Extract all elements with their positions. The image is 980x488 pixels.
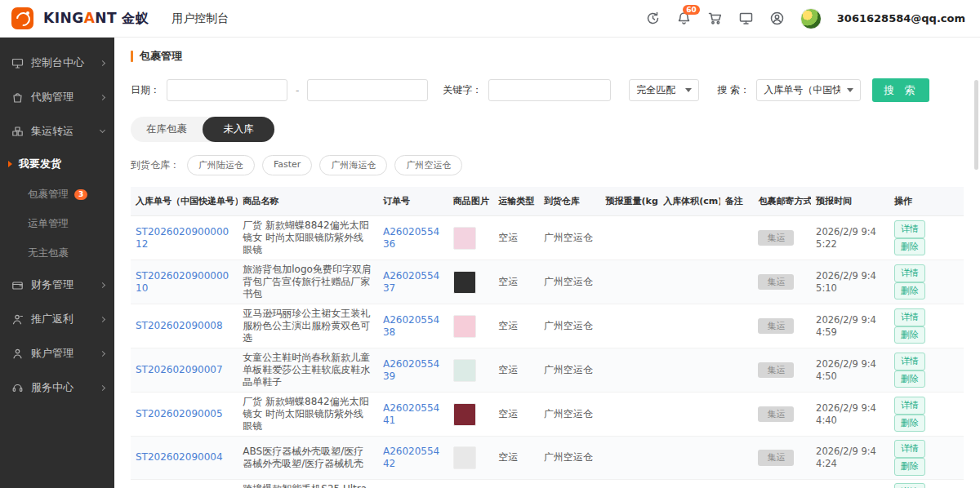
detail-button[interactable]: 详情 [894,308,925,326]
inbound-no-cell: ST202602090007 [131,348,238,393]
actions-cell: 详情删除 [889,304,964,348]
actions-cell: 详情删除 [889,260,964,304]
warehouse-cell: 广州空运仓 [539,260,601,304]
order-no-link[interactable]: A2602055441 [383,402,439,426]
order-no-link[interactable]: A2602055438 [383,314,439,338]
sidebar-top-group: 控制台中心代购管理集运转运 [0,46,114,149]
tab-not-in-warehouse[interactable]: 未入库 [203,117,274,142]
order-no-link[interactable]: A2602055442 [383,446,439,469]
actions-cell: 详情删除 [889,479,964,488]
warehouse-tag[interactable]: Faster [262,155,312,175]
order-no-link[interactable]: A2602055437 [383,270,439,294]
report-time-cell: 2026/2/9 9:44:40 [811,393,889,437]
transport-type-cell: 空运 [493,260,539,304]
warehouse-tag[interactable]: 广州空运仓 [394,155,462,175]
column-header: 入库单号（中国快递单号） [131,187,238,216]
brand-logo-icon [11,7,33,29]
ship-method-button[interactable]: 集运 [758,362,794,379]
delete-button[interactable]: 删除 [894,458,925,476]
detail-button[interactable]: 详情 [894,397,925,415]
notification-bell-icon[interactable]: 60 [676,11,692,26]
search-type-select[interactable]: 入库单号（中国快递单号） [756,79,861,101]
chevron-down-icon [100,127,105,133]
order-no-cell: A2602055438 [378,304,448,348]
sidebar-item[interactable]: 控制台中心 [0,46,114,80]
ship-method-button[interactable]: 集运 [758,450,794,466]
detail-button[interactable]: 详情 [894,353,925,370]
history-icon[interactable] [645,11,661,26]
warehouse-tag[interactable]: 广州陆运仓 [187,155,255,175]
ship-method-button[interactable]: 集运 [758,230,794,246]
delete-button[interactable]: 删除 [894,415,925,433]
sidebar-item[interactable]: 账户管理 [0,336,114,370]
support-icon[interactable] [769,11,785,26]
ship-method-button[interactable]: 集运 [758,406,794,423]
inbound-no-link[interactable]: ST202602090008 [136,320,223,331]
sidebar-item[interactable]: 财务管理 [0,268,114,302]
ship-method-button[interactable]: 集运 [758,318,794,335]
product-image-cell [448,216,494,260]
order-no-link[interactable]: A2602055439 [383,358,439,382]
user-avatar[interactable] [800,8,822,29]
monitor-icon[interactable] [738,11,754,26]
inbound-no-link[interactable]: ST202602090005 [136,408,223,419]
product-image-cell [448,260,494,304]
date-label: 日期： [131,83,160,97]
packages-table: 入库单号（中国快递单号）商品名称订单号商品图片运输类型到货仓库预报重量(kg)入… [131,187,964,488]
delete-button[interactable]: 删除 [894,238,925,256]
remark-cell [720,348,753,393]
ship-method-cell: 集运 [753,216,811,260]
sidebar-item-unclaimed-packages[interactable]: 无主包裹 [0,238,114,268]
sidebar-item[interactable]: 集运转运 [0,114,114,149]
detail-button[interactable]: 详情 [894,483,925,488]
chevron-right-icon [100,282,105,287]
dashboard-icon [11,57,24,69]
table-row: ST202602090000012厂货 新款蝴蝶8842偏光太阳镜女 时尚太阳眼… [131,216,964,260]
search-button[interactable]: 搜 索 [872,78,929,102]
detail-button[interactable]: 详情 [894,220,925,238]
tab-in-warehouse[interactable]: 在库包裹 [131,117,203,142]
warehouse-cell: 广州空运仓 [539,304,601,348]
weight-cell [601,304,659,348]
chevron-right-icon [100,350,105,356]
inbound-no-cell: ST202602090003 [131,479,238,488]
title-accent-bar [131,51,133,62]
actions-cell: 详情删除 [889,393,964,437]
remark-cell [720,437,753,480]
date-start-input[interactable] [167,79,287,101]
volume-cell [658,216,720,260]
inbound-no-link[interactable]: ST202602090000010 [136,270,229,294]
ship-method-button[interactable]: 集运 [758,274,794,291]
inbound-no-link[interactable]: ST202602090004 [136,451,223,463]
column-header: 预报重量(kg) [601,187,659,216]
match-mode-select[interactable]: 完全匹配 [629,79,699,101]
chevron-down-icon [847,88,853,92]
inbound-no-link[interactable]: ST202602090000012 [136,226,229,250]
report-time-cell: 2026/2/9 9:44:50 [811,348,889,393]
sidebar-item[interactable]: 代购管理 [0,80,114,114]
sidebar-item-waybill-management[interactable]: 运单管理 [0,209,114,238]
remark-cell [720,393,753,437]
delete-button[interactable]: 删除 [894,282,925,300]
warehouse-tag[interactable]: 广州海运仓 [319,155,387,175]
sidebar-item-i-want-to-ship[interactable]: 我要发货 [0,149,114,180]
date-separator: - [296,85,299,96]
order-no-link[interactable]: A2602055436 [383,226,439,250]
sidebar-item[interactable]: 服务中心 [0,370,114,405]
sunglasses-pink-photo [453,227,476,250]
chevron-right-icon [100,384,105,390]
transport-type-cell: 空运 [493,437,539,480]
detail-button[interactable]: 详情 [894,440,925,458]
product-name-cell: 旅游背包加logo免费印字双肩背包广告宣传旅行社赠品厂家书包 [238,260,378,304]
detail-button[interactable]: 详情 [894,264,925,282]
cart-icon[interactable] [707,11,723,26]
delete-button[interactable]: 删除 [894,326,925,344]
delete-button[interactable]: 删除 [894,370,925,388]
sidebar-item[interactable]: 推广返利 [0,302,114,336]
date-end-input[interactable] [307,79,428,101]
console-title: 用户控制台 [172,11,229,26]
scrollbar-thumb[interactable] [974,80,978,170]
sidebar-item-package-management[interactable]: 包裹管理 3 [0,180,114,209]
keyword-input[interactable] [488,79,611,101]
inbound-no-link[interactable]: ST202602090007 [136,364,223,375]
